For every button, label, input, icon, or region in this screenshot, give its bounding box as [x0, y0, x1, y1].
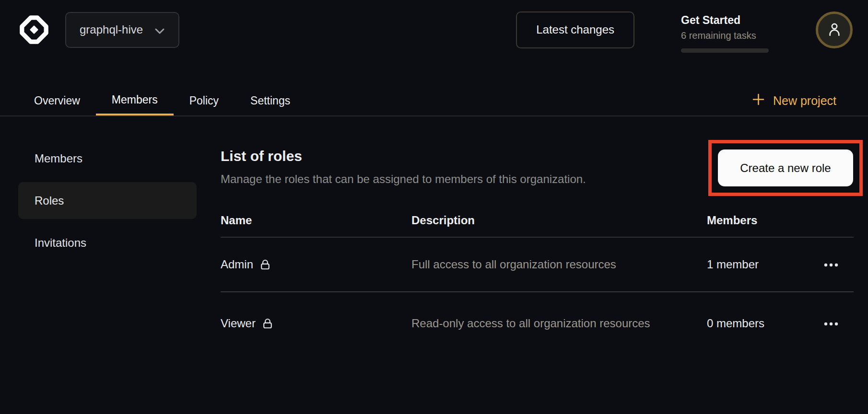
plus-icon [752, 93, 765, 109]
hive-logo-icon [18, 14, 50, 46]
table-row-admin: Admin Full access to all organization re… [221, 238, 854, 292]
annotation-highlight-box: Create a new role [708, 140, 863, 196]
org-tab-bar: Overview Members Policy Settings New pro… [0, 86, 868, 116]
row-menu-button[interactable] [822, 317, 841, 330]
org-name: graphql-hive [80, 23, 143, 36]
role-description: Full access to all organization resource… [411, 255, 707, 274]
lock-icon [261, 318, 274, 330]
tab-settings[interactable]: Settings [235, 86, 306, 115]
roles-panel: List of roles Manage the roles that can … [221, 117, 854, 355]
role-name-cell: Viewer [221, 317, 411, 330]
tab-policy[interactable]: Policy [174, 86, 235, 115]
role-members-count: 1 member [707, 258, 822, 271]
top-bar-right: Latest changes Get Started 6 remaining t… [516, 7, 853, 53]
column-header-members: Members [707, 214, 822, 227]
sidebar-item-invitations[interactable]: Invitations [18, 224, 197, 261]
tab-overview[interactable]: Overview [18, 86, 96, 115]
role-name-cell: Admin [221, 258, 411, 271]
lock-icon [259, 259, 271, 271]
role-description: Read-only access to all organization res… [411, 314, 707, 333]
app-window: graphql-hive Latest changes Get Started … [0, 0, 868, 414]
top-bar: graphql-hive Latest changes Get Started … [0, 0, 868, 59]
table-header-row: Name Description Members [221, 204, 854, 238]
sidebar-item-members[interactable]: Members [18, 140, 197, 177]
new-project-label: New project [773, 94, 836, 108]
sidebar-item-roles[interactable]: Roles [18, 182, 197, 219]
roles-table: Name Description Members Admin [221, 204, 854, 355]
table-row-viewer: Viewer Read-only access to all organizat… [221, 292, 854, 355]
ellipsis-icon [824, 261, 839, 268]
user-icon [826, 21, 843, 39]
members-sidebar: Members Roles Invitations [18, 140, 197, 261]
create-role-button[interactable]: Create a new role [718, 150, 853, 186]
get-started-widget[interactable]: Get Started 6 remaining tasks [681, 14, 769, 53]
get-started-subtitle: 6 remaining tasks [681, 30, 769, 41]
role-name: Viewer [221, 317, 256, 330]
chevron-down-icon [154, 24, 165, 37]
new-project-button[interactable]: New project [749, 92, 839, 109]
user-avatar-button[interactable] [816, 12, 853, 48]
org-switcher-button[interactable]: graphql-hive [65, 12, 179, 48]
tab-members[interactable]: Members [96, 86, 174, 115]
get-started-progress-bar [681, 48, 769, 53]
latest-changes-button[interactable]: Latest changes [516, 12, 634, 48]
role-members-count: 0 members [707, 317, 822, 330]
column-header-name: Name [221, 214, 411, 227]
get-started-title: Get Started [681, 14, 769, 27]
column-header-description: Description [411, 214, 707, 227]
role-name: Admin [221, 258, 253, 271]
ellipsis-icon [824, 320, 839, 327]
row-menu-button[interactable] [822, 258, 841, 271]
content-area: Members Roles Invitations List of roles … [0, 117, 868, 414]
